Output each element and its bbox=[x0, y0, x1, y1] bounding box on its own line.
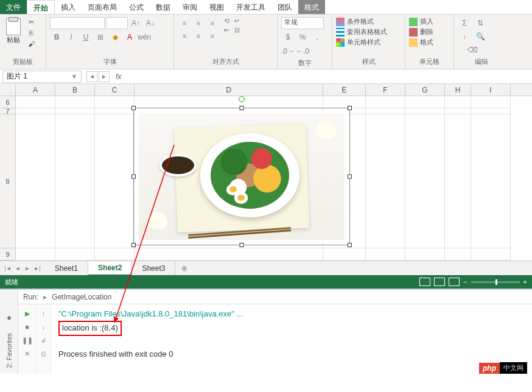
cell[interactable] bbox=[55, 96, 95, 108]
embedded-image[interactable] bbox=[135, 110, 348, 243]
sheet-tab-2[interactable]: Sheet2 bbox=[88, 261, 132, 276]
comma-icon[interactable]: , bbox=[310, 31, 324, 43]
increase-decimal-icon[interactable]: .0→ bbox=[281, 45, 295, 57]
view-page-icon[interactable] bbox=[434, 278, 445, 286]
underline-button[interactable]: U bbox=[79, 31, 93, 43]
font-family-select[interactable] bbox=[50, 17, 105, 29]
copy-icon[interactable]: ⎘ bbox=[26, 28, 37, 38]
view-normal-icon[interactable] bbox=[419, 278, 430, 286]
cell[interactable] bbox=[366, 96, 405, 108]
align-top-icon[interactable]: ≡ bbox=[178, 17, 191, 29]
bold-button[interactable]: B bbox=[50, 31, 63, 43]
phonetic-button[interactable]: wén bbox=[138, 31, 151, 43]
zoom-out-icon[interactable]: − bbox=[463, 278, 467, 285]
percent-icon[interactable]: % bbox=[296, 31, 309, 43]
orientation-icon[interactable]: ⟲ bbox=[224, 17, 229, 25]
zoom-slider[interactable] bbox=[471, 281, 520, 283]
favorites-star-icon[interactable]: ★ bbox=[6, 314, 12, 322]
cell[interactable] bbox=[471, 108, 511, 114]
cell[interactable] bbox=[366, 108, 405, 114]
view-break-icon[interactable] bbox=[449, 278, 460, 286]
row-header-9[interactable]: 9 bbox=[0, 248, 16, 261]
cell[interactable] bbox=[445, 96, 471, 108]
cell[interactable] bbox=[55, 108, 95, 114]
delete-cells-button[interactable]: 删除 bbox=[409, 27, 433, 37]
indent-dec-icon[interactable]: ⇤ bbox=[224, 26, 229, 34]
cell[interactable] bbox=[95, 96, 135, 108]
fill-icon[interactable]: ↓ bbox=[458, 30, 471, 43]
col-header-c[interactable]: C bbox=[95, 84, 135, 96]
increase-font-icon[interactable]: A↑ bbox=[129, 17, 142, 29]
scroll-up-icon[interactable]: ↑ bbox=[38, 308, 49, 319]
col-header-f[interactable]: F bbox=[366, 84, 405, 96]
decrease-font-icon[interactable]: A↓ bbox=[144, 17, 157, 29]
formula-input[interactable] bbox=[125, 71, 532, 83]
tab-layout[interactable]: 页面布局 bbox=[82, 0, 123, 14]
cell[interactable] bbox=[323, 248, 366, 261]
console-output[interactable]: "C:\Program Files\Java\jdk1.8.0_181\bin\… bbox=[51, 304, 532, 374]
find-icon[interactable]: 🔍 bbox=[474, 30, 487, 43]
tab-review[interactable]: 审阅 bbox=[177, 0, 203, 14]
run-button-icon[interactable]: ▶ bbox=[22, 308, 33, 319]
cell[interactable] bbox=[471, 114, 511, 248]
col-header-e[interactable]: E bbox=[323, 84, 366, 96]
paste-button[interactable]: 粘贴 bbox=[4, 17, 23, 46]
align-left-icon[interactable]: ≡ bbox=[178, 30, 191, 42]
row-header-7[interactable]: 7 bbox=[0, 108, 16, 114]
col-header-g[interactable]: G bbox=[405, 84, 445, 96]
cell[interactable] bbox=[471, 248, 511, 261]
cell[interactable] bbox=[366, 248, 405, 261]
add-sheet-button[interactable]: ⊕ bbox=[175, 262, 194, 275]
cell[interactable] bbox=[405, 248, 445, 261]
sheet-nav-first-icon[interactable]: |◄ bbox=[4, 264, 12, 273]
col-header-i[interactable]: I bbox=[471, 84, 511, 96]
col-header-a[interactable]: A bbox=[16, 84, 55, 96]
nav-right-icon[interactable]: ► bbox=[99, 71, 110, 82]
tab-home[interactable]: 开始 bbox=[27, 0, 55, 14]
align-center-icon[interactable]: ≡ bbox=[192, 30, 205, 42]
zoom-in-icon[interactable]: + bbox=[523, 278, 527, 285]
cell[interactable] bbox=[95, 248, 135, 261]
fill-color-button[interactable]: ◆ bbox=[108, 31, 122, 43]
cell[interactable] bbox=[405, 114, 445, 248]
cut-icon[interactable]: ✂ bbox=[26, 17, 37, 27]
cell[interactable] bbox=[135, 248, 323, 261]
nav-left-icon[interactable]: ◄ bbox=[86, 71, 97, 82]
cell[interactable] bbox=[16, 248, 55, 261]
cell[interactable] bbox=[445, 108, 471, 114]
format-painter-icon[interactable]: 🖌 bbox=[26, 39, 37, 49]
stop-button-icon[interactable]: ■ bbox=[22, 321, 33, 332]
cell[interactable] bbox=[445, 114, 471, 248]
wrap-text-icon[interactable]: ↵ bbox=[234, 17, 240, 25]
row-header-8[interactable]: 8 bbox=[0, 114, 16, 248]
favorites-tab[interactable]: 2: Favorites bbox=[5, 333, 13, 368]
autosum-icon[interactable]: Σ bbox=[458, 17, 471, 29]
sheet-nav-prev-icon[interactable]: ◄ bbox=[13, 264, 22, 273]
cell[interactable] bbox=[16, 96, 55, 108]
cell-style-button[interactable]: 单元格样式 bbox=[336, 38, 387, 47]
clear-icon[interactable]: ⌫ bbox=[466, 44, 479, 56]
cell[interactable] bbox=[323, 96, 366, 108]
align-bottom-icon[interactable]: ≡ bbox=[206, 17, 219, 29]
tab-team[interactable]: 团队 bbox=[271, 0, 298, 14]
italic-button[interactable]: I bbox=[65, 31, 78, 43]
col-header-d[interactable]: D bbox=[135, 84, 323, 96]
align-right-icon[interactable]: ≡ bbox=[206, 30, 219, 42]
insert-cells-button[interactable]: 插入 bbox=[409, 17, 433, 26]
tab-formula[interactable]: 公式 bbox=[123, 0, 150, 14]
cell[interactable] bbox=[471, 96, 511, 108]
cell[interactable] bbox=[55, 114, 95, 248]
cell[interactable] bbox=[366, 114, 405, 248]
align-middle-icon[interactable]: ≡ bbox=[192, 17, 205, 29]
cell[interactable] bbox=[16, 108, 55, 114]
cell[interactable] bbox=[405, 108, 445, 114]
wrap-icon[interactable]: ↲ bbox=[38, 335, 49, 346]
cell[interactable] bbox=[405, 96, 445, 108]
sheet-nav-next-icon[interactable]: ► bbox=[23, 264, 32, 273]
cell[interactable] bbox=[95, 114, 135, 248]
cell[interactable] bbox=[16, 114, 55, 248]
select-all-corner[interactable] bbox=[0, 84, 16, 96]
cell[interactable] bbox=[135, 96, 323, 108]
tab-file[interactable]: 文件 bbox=[0, 0, 27, 14]
conditional-format-button[interactable]: 条件格式 bbox=[336, 17, 387, 26]
